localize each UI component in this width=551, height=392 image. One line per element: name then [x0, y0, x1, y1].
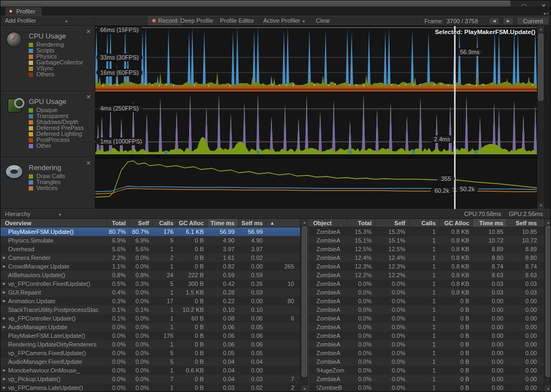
- active-profiler-dropdown[interactable]: Active Profiler ▼: [260, 16, 309, 25]
- column-header[interactable]: Total: [347, 219, 375, 227]
- column-header[interactable]: Calls: [409, 219, 439, 227]
- table-row[interactable]: ZombieA0.0%0.0%10 B0.000.00: [309, 305, 544, 314]
- table-row[interactable]: ▶vp_FPCamera.LateUpdate()0.0%0.0%10 B0.0…: [1, 383, 300, 392]
- table-row[interactable]: ▶AudioManager.Update0.0%0.0%10 B0.060.05: [1, 323, 300, 331]
- gpu-usage-chart[interactable]: [95, 92, 537, 158]
- table-row[interactable]: ZombieA12.3%12.3%10.8 KB8.748.74: [309, 262, 544, 271]
- table-row[interactable]: ZombieA0.0%0.0%10 B0.000.00: [309, 331, 544, 340]
- column-header[interactable]: Time ms: [472, 219, 507, 227]
- table-row[interactable]: ZombieA0.0%0.0%10 B0.000.00: [309, 357, 544, 366]
- next-frame-button[interactable]: ▶: [503, 17, 514, 25]
- expand-arrow-icon[interactable]: ▶: [1, 383, 8, 392]
- table-row[interactable]: PlayMakerFSM.LateUpdate()0.0%0.0%1760 B0…: [1, 331, 300, 340]
- table-row[interactable]: StackTraceUtility.PostprocessStac0.1%0.1…: [1, 305, 300, 314]
- column-header[interactable]: Object: [309, 219, 347, 227]
- table-row[interactable]: ZombieA0.0%0.0%10 B0.000.00: [309, 323, 544, 331]
- cell-time: 10.72: [472, 236, 507, 245]
- column-header[interactable]: GC Alloc: [439, 219, 472, 227]
- column-header[interactable]: Self: [375, 219, 409, 227]
- column-header[interactable]: Self ms: [507, 219, 540, 227]
- scrollbar-thumb[interactable]: [546, 226, 551, 377]
- table-row[interactable]: AudioManager.FixedUpdate0.0%0.0%50 B0.04…: [1, 357, 300, 366]
- scroll-down-icon[interactable]: ▼: [301, 386, 308, 392]
- titlebar[interactable]: [1, 1, 551, 6]
- sort-arrow-icon[interactable]: ▲: [266, 219, 297, 227]
- expand-arrow-icon[interactable]: ▶: [1, 323, 8, 331]
- cell-self_ms: 10.85: [507, 227, 540, 236]
- table-row[interactable]: PlayMakerFSM.Update()80.7%80.7%1766.1 KB…: [1, 227, 300, 236]
- expand-arrow-icon[interactable]: ▶: [1, 253, 8, 262]
- clear-button[interactable]: Clear: [312, 16, 334, 25]
- current-frame-button[interactable]: Current: [517, 17, 549, 25]
- cell-gc: 0 B: [177, 383, 207, 392]
- expand-arrow-icon[interactable]: ▶: [1, 375, 8, 383]
- table-row[interactable]: !ZombieB0.0%0.0%10 B0.000.00: [309, 383, 544, 392]
- table-row[interactable]: ZombieA12.5%12.5%10.8 KB8.898.89: [309, 245, 544, 253]
- scrollbar-thumb[interactable]: [302, 226, 307, 377]
- table-row[interactable]: ▶Camera.Render2.2%0.0%20 B1.610.02: [1, 253, 300, 262]
- expand-arrow-icon[interactable]: ▶: [1, 314, 8, 323]
- scroll-up-icon[interactable]: ▲: [301, 219, 308, 226]
- column-header[interactable]: Calls: [152, 219, 177, 227]
- table-row[interactable]: ZombieA0.0%0.0%10.8 KB0.030.03: [309, 279, 544, 288]
- rendering-chart[interactable]: [95, 158, 537, 209]
- column-header[interactable]: Total: [106, 219, 129, 227]
- table-row[interactable]: ▶vp_Pickup.Update()0.0%0.0%70 B0.040.037: [1, 375, 300, 383]
- column-header[interactable]: Self ms: [238, 219, 266, 227]
- expand-arrow-icon[interactable]: ▶: [1, 262, 8, 271]
- tab-profiler[interactable]: Profiler: [5, 7, 42, 16]
- prev-frame-button[interactable]: ◀: [489, 17, 500, 25]
- cell-calls: 1: [409, 253, 439, 262]
- table-row[interactable]: AIBehaviors.Update()0.8%0.8%24222 B0.590…: [1, 271, 300, 279]
- table-row[interactable]: ZombieA0.0%0.0%10 B0.000.00: [309, 375, 544, 383]
- expand-arrow-icon[interactable]: ▶: [1, 366, 8, 375]
- expand-arrow-icon: [1, 357, 8, 366]
- row-name: PlayMakerFSM.Update(): [8, 227, 74, 236]
- table-row[interactable]: ▶Monobehaviour.OnMouse_0.0%0.0%10.6 KB0.…: [1, 366, 300, 375]
- expand-arrow-icon[interactable]: ▶: [1, 297, 8, 305]
- row-name: ZombieA: [316, 262, 340, 271]
- column-header[interactable]: Overview: [1, 219, 106, 227]
- column-header[interactable]: Time ms: [207, 219, 238, 227]
- close-icon[interactable]: ✕: [86, 94, 91, 101]
- close-icon[interactable]: ✕: [86, 160, 91, 167]
- table-row[interactable]: ZombieA12.2%12.2%10.8 KB8.638.63: [309, 271, 544, 279]
- table-row[interactable]: ▶GUI.Repaint0.4%0.0%11.5 KB0.280.03: [1, 288, 300, 297]
- expand-arrow-icon[interactable]: ▶: [1, 288, 8, 297]
- table-row[interactable]: ZombieA12.4%12.4%10.8 KB8.808.80: [309, 253, 544, 262]
- table-row[interactable]: ZombieA0.0%0.0%10.8 KB0.030.03: [309, 288, 544, 297]
- table-row[interactable]: !HugeZom0.0%0.0%10 B0.000.00: [309, 366, 544, 375]
- table-row[interactable]: ▶CrowdManager.Update1.1%0.0%10 B0.820.00…: [1, 262, 300, 271]
- scroll-up-icon[interactable]: ▲: [544, 219, 551, 226]
- table-row[interactable]: ZombieA0.0%0.0%10 B0.000.00: [309, 297, 544, 305]
- table-row[interactable]: Overhead5.6%5.6%10 B3.973.97: [1, 245, 300, 253]
- scrollbar-thumb[interactable]: [538, 34, 543, 101]
- table-row[interactable]: ZombieA15.1%15.1%10.8 KB10.7210.72: [309, 236, 544, 245]
- object-scrollbar[interactable]: ▲ ▼: [544, 219, 551, 392]
- scroll-down-icon[interactable]: ▼: [544, 386, 551, 392]
- cell-time: 0.04: [207, 357, 238, 366]
- column-header[interactable]: Self: [129, 219, 152, 227]
- table-row[interactable]: vp_FPCamera.FixedUpdate()0.0%0.0%50 B0.0…: [1, 349, 300, 357]
- close-icon[interactable]: ✕: [86, 28, 91, 35]
- table-row[interactable]: ▶vp_FPController.FixedUpdate()0.5%0.3%53…: [1, 279, 300, 288]
- column-header[interactable]: GC Alloc: [177, 219, 207, 227]
- charts-scrollbar[interactable]: ▲ ▼: [537, 26, 544, 209]
- profile-editor-button[interactable]: Profile Editor: [216, 16, 258, 25]
- table-row[interactable]: ▶Animation.Update0.3%0.0%170 B0.220.0080: [1, 297, 300, 305]
- hierarchy-mode-dropdown[interactable]: Hierarchy ▼: [5, 210, 62, 218]
- table-row[interactable]: ZombieA0.0%0.0%10 B0.000.00: [309, 349, 544, 357]
- table-row[interactable]: ▶vp_FPController.Update()0.1%0.0%160 B0.…: [1, 314, 300, 323]
- table-row[interactable]: Physics.Simulate6.9%6.9%50 B4.904.90: [1, 236, 300, 245]
- selected-frame-line[interactable]: [454, 26, 456, 209]
- table-row[interactable]: ZombieA0.0%0.0%10 B0.000.00: [309, 314, 544, 323]
- add-profiler-dropdown[interactable]: Add Profiler ▼: [1, 16, 95, 25]
- table-row[interactable]: ZombieA0.0%0.0%10 B0.000.00: [309, 340, 544, 349]
- table-row[interactable]: ZombieA15.3%15.3%10.8 KB10.8510.85: [309, 227, 544, 236]
- table-row[interactable]: Rendering.UpdateDirtyRenderers0.0%0.0%10…: [1, 340, 300, 349]
- overview-scrollbar[interactable]: ▲ ▼: [300, 219, 308, 392]
- expand-arrow-icon[interactable]: ▶: [1, 279, 8, 288]
- deep-profile-button[interactable]: Deep Profile: [177, 16, 217, 25]
- cpu-usage-chart[interactable]: [95, 26, 537, 92]
- cell-calls: 1: [409, 288, 439, 297]
